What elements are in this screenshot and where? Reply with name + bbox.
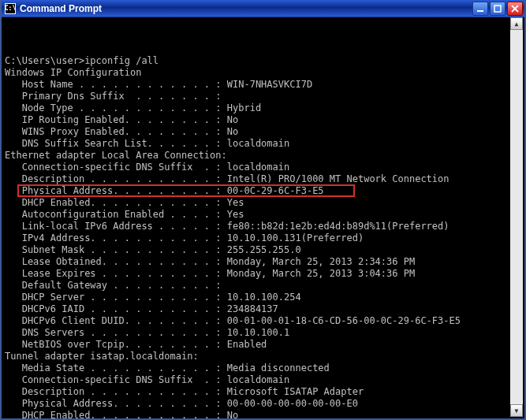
- ethernet-line: DHCP Server . . . . . . . . . . . : 10.1…: [5, 292, 521, 303]
- config-line: Primary Dns Suffix . . . . . . . :: [5, 91, 521, 102]
- ethernet-line: Default Gateway . . . . . . . . . :: [5, 280, 521, 292]
- ethernet-line: Lease Obtained. . . . . . . . . . : Mond…: [5, 256, 521, 268]
- section-header: Ethernet adapter Local Area Connection:: [5, 150, 521, 162]
- ethernet-line: NetBIOS over Tcpip. . . . . . . . : Enab…: [5, 339, 521, 351]
- ethernet-line: Link-local IPv6 Address . . . . . : fe80…: [5, 221, 521, 232]
- cmd-icon: C:\: [5, 3, 16, 14]
- config-line: Host Name . . . . . . . . . . . . : WIN-…: [5, 79, 521, 91]
- ethernet-line: Connection-specific DNS Suffix . : local…: [5, 162, 521, 173]
- command-prompt-window: C:\ Command Prompt C:\Users\user>ipconfi…: [0, 0, 526, 420]
- tunnel-line: Description . . . . . . . . . . . : Micr…: [5, 386, 521, 398]
- window-controls: [472, 2, 523, 16]
- ethernet-line: DHCPv6 Client DUID. . . . . . . . : 00-0…: [5, 315, 521, 327]
- title-left: C:\ Command Prompt: [5, 3, 102, 14]
- scroll-track[interactable]: [510, 30, 523, 404]
- ethernet-line: Lease Expires . . . . . . . . . . : Mond…: [5, 268, 521, 280]
- vertical-scrollbar[interactable]: ▲ ▼: [510, 17, 523, 417]
- config-line: DNS Suffix Search List. . . . . . : loca…: [5, 138, 521, 150]
- config-line: Node Type . . . . . . . . . . . . : Hybr…: [5, 102, 521, 114]
- maximize-button[interactable]: [490, 2, 505, 16]
- section-header: Tunnel adapter isatap.localdomain:: [5, 351, 521, 362]
- physical-address-line: Physical Address. . . . . . . . . : 00-0…: [5, 185, 521, 197]
- ethernet-line: DHCPv6 IAID . . . . . . . . . . . : 2348…: [5, 303, 521, 315]
- config-line: WINS Proxy Enabled. . . . . . . . : No: [5, 126, 521, 138]
- minimize-button[interactable]: [472, 2, 488, 16]
- scroll-down-button[interactable]: ▼: [510, 404, 523, 417]
- ethernet-line: DHCP Enabled. . . . . . . . . . . : Yes: [5, 197, 521, 209]
- ethernet-line: DNS Servers . . . . . . . . . . . : 10.1…: [5, 327, 521, 339]
- section-header: Windows IP Configuration: [5, 67, 521, 79]
- tunnel-line: Physical Address. . . . . . . . . : 00-0…: [5, 398, 521, 410]
- ethernet-line: IPv4 Address. . . . . . . . . . . : 10.1…: [5, 232, 521, 244]
- config-line: IP Routing Enabled. . . . . . . . : No: [5, 114, 521, 126]
- ethernet-line: Autoconfiguration Enabled . . . . : Yes: [5, 209, 521, 221]
- ethernet-line: Description . . . . . . . . . . . : Inte…: [5, 173, 521, 185]
- scroll-up-button[interactable]: ▲: [510, 17, 523, 30]
- tunnel-line: Connection-specific DNS Suffix . : local…: [5, 374, 521, 386]
- ethernet-line: Subnet Mask . . . . . . . . . . . : 255.…: [5, 244, 521, 256]
- terminal-output[interactable]: C:\Users\user>ipconfig /allWindows IP Co…: [2, 17, 524, 418]
- tunnel-line: Media State . . . . . . . . . . . : Medi…: [5, 362, 521, 374]
- titlebar[interactable]: C:\ Command Prompt: [2, 0, 524, 17]
- prompt-line: C:\Users\user>ipconfig /all: [5, 55, 521, 67]
- window-title: Command Prompt: [20, 3, 102, 14]
- tunnel-line: DHCP Enabled. . . . . . . . . . . : No: [5, 410, 521, 418]
- svg-rect-1: [494, 6, 501, 12]
- close-button[interactable]: [507, 2, 523, 16]
